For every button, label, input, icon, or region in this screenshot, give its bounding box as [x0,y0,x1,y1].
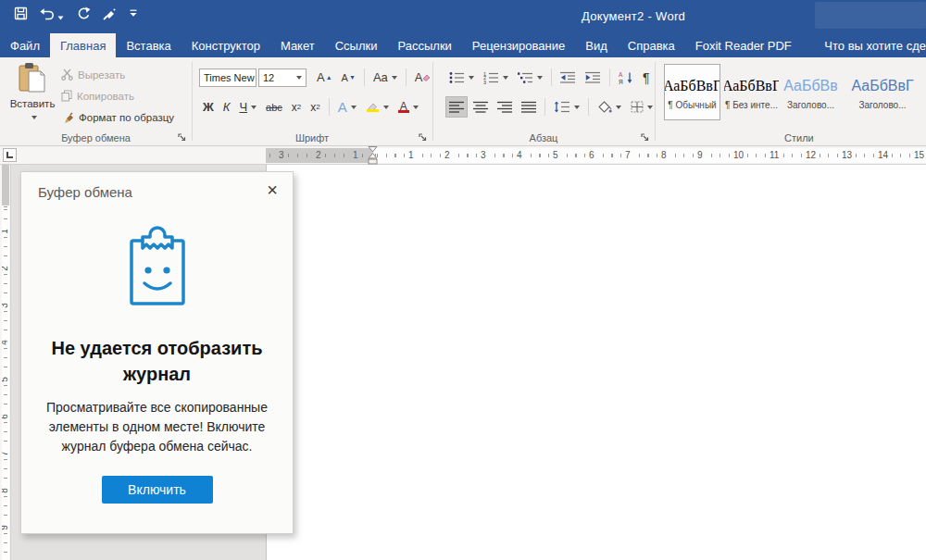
text-effects-caret [351,106,357,112]
style-heading1[interactable]: АаБбВв Заголово... [782,64,839,120]
format-painter-quick-button[interactable] [100,6,119,22]
style-preview: АаБбВвГ [851,74,913,98]
line-spacing-icon [554,101,570,113]
align-right-button[interactable] [494,96,516,118]
strikethrough-button[interactable]: abc [262,96,286,118]
tab-review[interactable]: Рецензирование [462,33,575,57]
line-spacing-button[interactable] [550,96,583,118]
bold-button[interactable]: Ж [199,96,218,118]
copy-button[interactable]: Копировать [57,85,178,106]
borders-button[interactable] [627,96,657,118]
indent-markers[interactable] [367,146,379,165]
tell-me-search[interactable]: Что вы хотите сде [817,33,926,57]
clipboard-smiley-icon [124,226,191,307]
undo-button[interactable] [37,5,67,22]
align-center-icon [473,101,488,113]
multilevel-caret [537,76,543,82]
tab-home[interactable]: Главная [50,33,116,57]
bullets-icon [449,71,465,84]
left-tab-icon [6,152,13,158]
separator [609,68,610,86]
font-dialog-launcher[interactable] [418,132,428,143]
italic-button[interactable]: К [219,96,234,118]
style-no-spacing[interactable]: АаБбВвГ ¶ Без инте... [723,64,780,120]
justify-button[interactable] [518,96,540,118]
grow-font-label: А [317,70,325,84]
shrink-font-arrow-icon: ▼ [349,74,356,81]
paste-button[interactable]: Вставить [7,61,57,130]
bullets-button[interactable] [445,67,478,88]
align-left-button[interactable] [445,96,468,118]
svg-text:А: А [619,71,623,78]
style-heading2[interactable]: АаБбВвГ Заголово... [842,64,923,120]
format-painter-label: Формат по образцу [79,112,174,123]
paste-label: Вставить [10,98,56,109]
highlight-button[interactable] [362,96,393,118]
cut-button[interactable]: Вырезать [57,64,178,85]
underline-button[interactable]: Ч [235,96,260,118]
borders-caret [647,106,653,112]
pane-heading: Не удается отобразить журнал [40,335,274,387]
align-center-button[interactable] [469,96,492,118]
font-color-button[interactable]: А [394,96,422,118]
tab-view[interactable]: Вид [575,33,618,57]
format-painter-button[interactable]: Формат по образцу [57,106,178,128]
font-group-footer: Шрифт [192,131,432,144]
style-preview: АаБбВвГ [723,74,780,98]
strikethrough-label: abc [266,102,282,113]
vertical-ruler-margin [2,165,9,205]
decrease-indent-button[interactable] [557,67,580,88]
subscript-button[interactable]: x2 [288,96,305,118]
increase-indent-button[interactable] [582,67,605,88]
tab-insert[interactable]: Вставка [116,33,181,57]
tab-mailings[interactable]: Рассылки [387,33,461,57]
customize-qat-button[interactable] [126,7,141,19]
clear-formatting-button[interactable]: А [411,67,435,88]
paragraph-dialog-launcher[interactable] [640,132,650,143]
redo-button[interactable] [73,5,94,22]
multilevel-list-button[interactable] [514,67,546,88]
pilcrow-label: ¶ [643,70,650,85]
ruler-row: 321 123456789101112131415 [0,146,926,165]
shading-caret [616,106,621,112]
clipboard-dialog-launcher[interactable] [177,132,187,143]
shading-button[interactable] [594,96,625,118]
account-area [815,2,926,29]
sort-button[interactable]: АЯ [615,67,637,88]
ruler-margin-scale[interactable]: 321 [266,148,373,163]
ruler-main-scale[interactable]: 123456789101112131415 [373,148,926,163]
clipboard-group: Вставить Вырезать Копировать Формат по о… [0,57,192,145]
pane-close-button[interactable]: × [261,178,283,203]
paragraph-group-footer: Абзац [432,131,655,144]
tab-foxit-reader-pdf[interactable]: Foxit Reader PDF [685,33,802,57]
style-label: Заголово... [787,100,834,110]
enable-button[interactable]: Включить [102,476,213,504]
shrink-font-button[interactable]: А▼ [338,67,359,88]
shading-icon [597,101,612,113]
numbering-button[interactable]: 123 [480,67,512,88]
tab-help[interactable]: Справка [618,33,685,57]
separator [551,68,552,86]
text-effects-button[interactable]: А [334,96,360,118]
tab-design[interactable]: Конструктор [181,33,270,57]
styles-group-footer: Стили [655,131,926,144]
customize-caret-icon [129,9,138,18]
tab-file[interactable]: Файл [0,33,50,57]
grow-font-button[interactable]: А▲ [313,67,336,88]
superscript-button[interactable]: x2 [307,96,323,118]
tell-me-text: Что вы хотите сде [824,39,926,53]
change-case-button[interactable]: Aa [369,67,401,88]
save-button[interactable] [11,5,31,22]
borders-icon [631,101,644,113]
separator [364,68,365,86]
show-formatting-button[interactable]: ¶ [639,67,654,88]
font-name-select[interactable]: Times New R [199,68,257,87]
document-page[interactable] [266,165,926,560]
style-normal[interactable]: АаБбВвГ ¶ Обычный [664,64,720,120]
tab-layout[interactable]: Макет [270,33,325,57]
vertical-ruler[interactable]: 123456789 [0,165,11,560]
font-size-select[interactable]: 12 [258,68,307,87]
document-area: 123456789 Буфер обмена × Не удается отоб… [0,165,926,560]
tab-references[interactable]: Ссылки [325,33,388,57]
tab-stop-selector[interactable] [3,148,17,162]
